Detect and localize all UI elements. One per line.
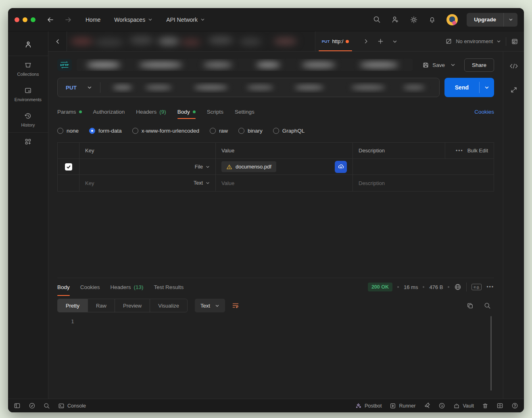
active-request-tab[interactable]: PUT http:/ xyxy=(315,31,355,51)
sidebar-item-profile[interactable] xyxy=(8,37,48,56)
value-cell[interactable]: documenso.pdf xyxy=(216,159,353,175)
sync-status-check-icon[interactable] xyxy=(29,402,35,409)
bulk-edit-link[interactable]: Bulk Edit xyxy=(467,148,488,154)
format-dropdown[interactable]: Text xyxy=(195,299,225,312)
help-icon[interactable] xyxy=(511,402,518,409)
key-type-dropdown[interactable]: File xyxy=(195,164,210,170)
network-globe-icon[interactable] xyxy=(454,283,461,291)
trash-icon[interactable] xyxy=(482,403,488,409)
capture-requests-icon[interactable] xyxy=(424,402,430,409)
close-window-button[interactable] xyxy=(15,17,19,22)
upgrade-button[interactable]: Upgrade xyxy=(467,13,517,27)
column-options-icon[interactable]: ••• xyxy=(456,148,463,154)
response-tab-headers[interactable]: Headers(13) xyxy=(111,278,144,296)
radio-icon[interactable] xyxy=(132,128,138,134)
key-input[interactable]: Key Text xyxy=(79,175,216,191)
response-tab-body[interactable]: Body xyxy=(57,278,70,296)
radio-icon[interactable] xyxy=(210,128,216,134)
key-cell[interactable]: File xyxy=(79,159,216,175)
sidebar-configure-button[interactable] xyxy=(8,133,48,151)
description-cell[interactable] xyxy=(353,159,494,175)
back-icon[interactable] xyxy=(47,16,54,23)
tab-headers[interactable]: Headers(9) xyxy=(136,104,166,119)
sidebar-item-environments[interactable]: Environments xyxy=(8,81,48,107)
send-options-chevron-icon[interactable] xyxy=(480,78,494,97)
status-badge[interactable]: 200 OK xyxy=(368,283,392,291)
save-button[interactable]: Save xyxy=(421,59,446,71)
user-avatar[interactable] xyxy=(446,14,458,25)
expand-pane-icon[interactable] xyxy=(510,86,517,94)
description-input[interactable]: Description xyxy=(353,175,494,191)
cookies-link[interactable]: Cookies xyxy=(474,109,494,115)
minimize-window-button[interactable] xyxy=(23,17,27,22)
tab-options-chevron-icon[interactable] xyxy=(392,39,397,44)
response-time[interactable]: 16 ms xyxy=(404,284,418,290)
response-size[interactable]: 476 B xyxy=(429,284,443,290)
mode-graphql[interactable]: GraphQL xyxy=(273,128,305,134)
send-label[interactable]: Send xyxy=(444,78,479,97)
editor-scrollbar[interactable] xyxy=(490,316,492,391)
upgrade-dropdown-chevron-icon[interactable] xyxy=(504,13,517,27)
mode-raw[interactable]: raw xyxy=(210,128,228,134)
forward-icon[interactable] xyxy=(65,16,72,23)
view-visualize[interactable]: Visualize xyxy=(150,299,187,312)
runner-button[interactable]: Runner xyxy=(390,403,415,409)
settings-gear-icon[interactable] xyxy=(410,16,418,24)
tab-settings[interactable]: Settings xyxy=(235,104,255,119)
split-panes-icon[interactable] xyxy=(497,402,503,409)
vault-button[interactable]: Vault xyxy=(453,403,474,409)
sidebar-item-collections[interactable]: Collections xyxy=(8,56,48,81)
notifications-bell-icon[interactable] xyxy=(428,16,436,23)
invite-user-icon[interactable] xyxy=(391,16,399,24)
nav-workspaces[interactable]: Workspaces xyxy=(114,17,152,23)
tab-body[interactable]: Body xyxy=(177,104,196,119)
redacted-url-input[interactable] xyxy=(106,82,434,93)
nav-api-network[interactable]: API Network xyxy=(166,17,205,23)
postbot-button[interactable]: Postbot xyxy=(355,402,382,409)
mode-none[interactable]: none xyxy=(57,128,79,134)
response-body-editor[interactable]: 1 xyxy=(57,314,494,399)
radio-icon[interactable] xyxy=(57,128,63,134)
toggle-sidebar-icon[interactable] xyxy=(14,402,21,409)
radio-selected-icon[interactable] xyxy=(89,128,95,134)
response-tab-cookies[interactable]: Cookies xyxy=(80,278,100,296)
method-selector[interactable]: PUT xyxy=(58,85,100,91)
radio-icon[interactable] xyxy=(238,128,244,134)
copy-icon[interactable] xyxy=(467,302,474,309)
find-replace-icon[interactable] xyxy=(44,403,50,409)
sidebar-item-history[interactable]: History xyxy=(8,107,48,132)
environment-selector[interactable]: No environment xyxy=(445,38,501,45)
view-raw[interactable]: Raw xyxy=(88,299,115,312)
cookies-icon[interactable] xyxy=(438,402,445,409)
search-response-icon[interactable] xyxy=(484,302,491,309)
wrap-text-icon[interactable] xyxy=(232,302,240,310)
nav-home[interactable]: Home xyxy=(86,17,100,23)
view-preview[interactable]: Preview xyxy=(115,299,150,312)
tab-scripts[interactable]: Scripts xyxy=(207,104,223,119)
tab-authorization[interactable]: Authorization xyxy=(93,104,125,119)
save-as-example-icon[interactable]: e.g. xyxy=(471,284,482,290)
upload-file-button[interactable] xyxy=(335,161,347,173)
mode-binary[interactable]: binary xyxy=(238,128,263,134)
file-chip[interactable]: documenso.pdf xyxy=(221,161,276,172)
response-tab-test-results[interactable]: Test Results xyxy=(154,278,184,296)
redacted-request-name[interactable] xyxy=(77,59,413,71)
response-more-options-icon[interactable]: ••• xyxy=(486,284,494,290)
console-button[interactable]: Console xyxy=(58,403,86,409)
code-snippet-icon[interactable] xyxy=(509,63,518,69)
mode-form-data[interactable]: form-data xyxy=(89,128,122,134)
value-input[interactable]: Value xyxy=(216,175,353,191)
view-pretty[interactable]: Pretty xyxy=(58,299,88,312)
environment-quick-look-icon[interactable] xyxy=(511,38,518,45)
scroll-tabs-left-button[interactable] xyxy=(48,31,67,51)
scroll-tabs-right-button[interactable] xyxy=(363,39,369,44)
key-type-dropdown[interactable]: Text xyxy=(194,180,210,186)
radio-icon[interactable] xyxy=(273,128,279,134)
zoom-window-button[interactable] xyxy=(31,17,35,22)
save-options-chevron-icon[interactable] xyxy=(451,62,455,67)
new-tab-plus-icon[interactable] xyxy=(378,38,384,44)
search-icon[interactable] xyxy=(373,16,381,23)
upgrade-label[interactable]: Upgrade xyxy=(467,13,503,27)
row-checkbox-checked[interactable] xyxy=(65,163,72,171)
mode-x-www-form-urlencoded[interactable]: x-www-form-urlencoded xyxy=(132,128,199,134)
